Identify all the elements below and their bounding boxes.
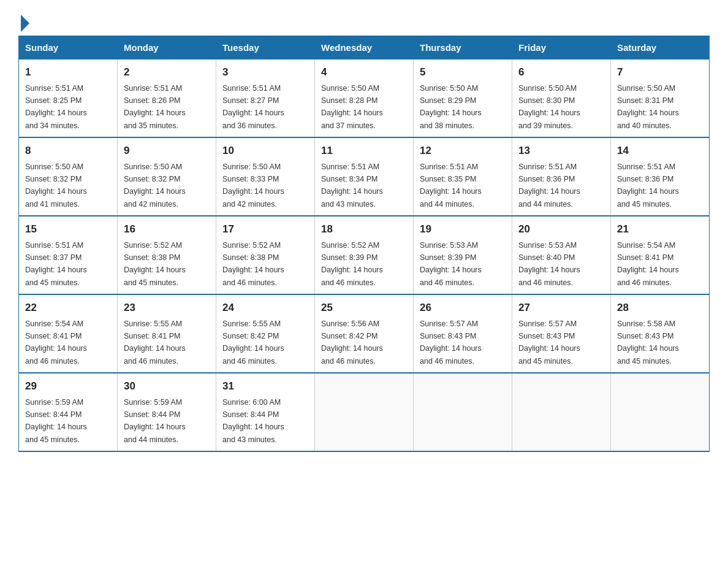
calendar-cell xyxy=(512,373,611,451)
header-saturday: Saturday xyxy=(611,36,710,59)
day-number: 9 xyxy=(124,143,210,159)
day-info: Sunrise: 5:52 AMSunset: 8:38 PMDaylight:… xyxy=(222,241,284,287)
calendar-cell: 31 Sunrise: 6:00 AMSunset: 8:44 PMDaylig… xyxy=(216,373,315,451)
calendar-cell xyxy=(611,373,710,451)
calendar-cell: 26 Sunrise: 5:57 AMSunset: 8:43 PMDaylig… xyxy=(414,294,512,373)
day-number: 4 xyxy=(321,64,407,80)
calendar-cell xyxy=(315,373,414,451)
logo-arrow-icon xyxy=(21,15,29,32)
day-number: 7 xyxy=(617,64,703,80)
header-friday: Friday xyxy=(512,36,611,59)
day-number: 12 xyxy=(420,143,506,159)
day-info: Sunrise: 5:51 AMSunset: 8:36 PMDaylight:… xyxy=(617,163,679,209)
calendar-cell: 1 Sunrise: 5:51 AMSunset: 8:25 PMDayligh… xyxy=(19,59,118,138)
day-info: Sunrise: 6:00 AMSunset: 8:44 PMDaylight:… xyxy=(222,398,284,444)
calendar-cell: 7 Sunrise: 5:50 AMSunset: 8:31 PMDayligh… xyxy=(611,59,710,138)
day-info: Sunrise: 5:55 AMSunset: 8:42 PMDaylight:… xyxy=(222,320,284,366)
calendar-week-row: 29 Sunrise: 5:59 AMSunset: 8:44 PMDaylig… xyxy=(19,373,710,451)
calendar-cell: 11 Sunrise: 5:51 AMSunset: 8:34 PMDaylig… xyxy=(315,137,414,216)
calendar-cell: 21 Sunrise: 5:54 AMSunset: 8:41 PMDaylig… xyxy=(611,216,710,294)
calendar-cell: 20 Sunrise: 5:53 AMSunset: 8:40 PMDaylig… xyxy=(512,216,611,294)
day-number: 10 xyxy=(222,143,308,159)
day-number: 24 xyxy=(222,300,308,316)
calendar-week-row: 8 Sunrise: 5:50 AMSunset: 8:32 PMDayligh… xyxy=(19,137,710,216)
day-number: 23 xyxy=(124,300,210,316)
day-info: Sunrise: 5:52 AMSunset: 8:39 PMDaylight:… xyxy=(321,241,383,287)
calendar-cell: 23 Sunrise: 5:55 AMSunset: 8:41 PMDaylig… xyxy=(118,294,216,373)
calendar-week-row: 1 Sunrise: 5:51 AMSunset: 8:25 PMDayligh… xyxy=(19,59,710,138)
day-number: 26 xyxy=(420,300,506,316)
calendar-cell: 3 Sunrise: 5:51 AMSunset: 8:27 PMDayligh… xyxy=(216,59,315,138)
logo xyxy=(18,12,29,29)
calendar-cell: 30 Sunrise: 5:59 AMSunset: 8:44 PMDaylig… xyxy=(118,373,216,451)
calendar-cell: 24 Sunrise: 5:55 AMSunset: 8:42 PMDaylig… xyxy=(216,294,315,373)
day-info: Sunrise: 5:52 AMSunset: 8:38 PMDaylight:… xyxy=(124,241,186,287)
calendar-cell: 13 Sunrise: 5:51 AMSunset: 8:36 PMDaylig… xyxy=(512,137,611,216)
day-info: Sunrise: 5:51 AMSunset: 8:27 PMDaylight:… xyxy=(222,84,284,130)
day-info: Sunrise: 5:51 AMSunset: 8:26 PMDaylight:… xyxy=(124,84,186,130)
header-tuesday: Tuesday xyxy=(216,36,315,59)
day-number: 31 xyxy=(222,378,308,394)
day-number: 29 xyxy=(25,378,111,394)
day-number: 22 xyxy=(25,300,111,316)
day-number: 15 xyxy=(25,221,111,237)
day-number: 8 xyxy=(25,143,111,159)
calendar-cell: 9 Sunrise: 5:50 AMSunset: 8:32 PMDayligh… xyxy=(118,137,216,216)
calendar-cell: 27 Sunrise: 5:57 AMSunset: 8:43 PMDaylig… xyxy=(512,294,611,373)
calendar-cell: 10 Sunrise: 5:50 AMSunset: 8:33 PMDaylig… xyxy=(216,137,315,216)
calendar-cell: 8 Sunrise: 5:50 AMSunset: 8:32 PMDayligh… xyxy=(19,137,118,216)
day-info: Sunrise: 5:55 AMSunset: 8:41 PMDaylight:… xyxy=(124,320,186,366)
day-info: Sunrise: 5:50 AMSunset: 8:28 PMDaylight:… xyxy=(321,84,383,130)
day-info: Sunrise: 5:51 AMSunset: 8:35 PMDaylight:… xyxy=(420,163,482,209)
day-number: 16 xyxy=(124,221,210,237)
day-info: Sunrise: 5:59 AMSunset: 8:44 PMDaylight:… xyxy=(124,398,186,444)
page-header xyxy=(18,12,710,29)
calendar-week-row: 22 Sunrise: 5:54 AMSunset: 8:41 PMDaylig… xyxy=(19,294,710,373)
day-info: Sunrise: 5:57 AMSunset: 8:43 PMDaylight:… xyxy=(420,320,482,366)
header-sunday: Sunday xyxy=(19,36,118,59)
day-number: 1 xyxy=(25,64,111,80)
day-info: Sunrise: 5:51 AMSunset: 8:37 PMDaylight:… xyxy=(25,241,87,287)
day-number: 5 xyxy=(420,64,506,80)
day-info: Sunrise: 5:50 AMSunset: 8:32 PMDaylight:… xyxy=(25,163,87,209)
day-number: 20 xyxy=(518,221,604,237)
calendar-cell xyxy=(414,373,512,451)
calendar-week-row: 15 Sunrise: 5:51 AMSunset: 8:37 PMDaylig… xyxy=(19,216,710,294)
day-number: 19 xyxy=(420,221,506,237)
day-info: Sunrise: 5:50 AMSunset: 8:30 PMDaylight:… xyxy=(518,84,580,130)
day-number: 27 xyxy=(518,300,604,316)
day-number: 18 xyxy=(321,221,407,237)
calendar-cell: 2 Sunrise: 5:51 AMSunset: 8:26 PMDayligh… xyxy=(118,59,216,138)
day-number: 28 xyxy=(617,300,703,316)
header-thursday: Thursday xyxy=(414,36,512,59)
day-info: Sunrise: 5:50 AMSunset: 8:32 PMDaylight:… xyxy=(124,163,186,209)
header-monday: Monday xyxy=(118,36,216,59)
day-number: 2 xyxy=(124,64,210,80)
calendar-cell: 14 Sunrise: 5:51 AMSunset: 8:36 PMDaylig… xyxy=(611,137,710,216)
day-info: Sunrise: 5:53 AMSunset: 8:39 PMDaylight:… xyxy=(420,241,482,287)
calendar-cell: 6 Sunrise: 5:50 AMSunset: 8:30 PMDayligh… xyxy=(512,59,611,138)
day-info: Sunrise: 5:50 AMSunset: 8:33 PMDaylight:… xyxy=(222,163,284,209)
calendar-cell: 4 Sunrise: 5:50 AMSunset: 8:28 PMDayligh… xyxy=(315,59,414,138)
day-number: 11 xyxy=(321,143,407,159)
day-info: Sunrise: 5:51 AMSunset: 8:36 PMDaylight:… xyxy=(518,163,580,209)
day-info: Sunrise: 5:53 AMSunset: 8:40 PMDaylight:… xyxy=(518,241,580,287)
day-info: Sunrise: 5:59 AMSunset: 8:44 PMDaylight:… xyxy=(25,398,87,444)
calendar-cell: 22 Sunrise: 5:54 AMSunset: 8:41 PMDaylig… xyxy=(19,294,118,373)
day-info: Sunrise: 5:56 AMSunset: 8:42 PMDaylight:… xyxy=(321,320,383,366)
day-info: Sunrise: 5:57 AMSunset: 8:43 PMDaylight:… xyxy=(518,320,580,366)
day-info: Sunrise: 5:50 AMSunset: 8:31 PMDaylight:… xyxy=(617,84,679,130)
day-number: 25 xyxy=(321,300,407,316)
calendar-header-row: SundayMondayTuesdayWednesdayThursdayFrid… xyxy=(19,36,710,59)
day-number: 13 xyxy=(518,143,604,159)
calendar-cell: 5 Sunrise: 5:50 AMSunset: 8:29 PMDayligh… xyxy=(414,59,512,138)
day-number: 30 xyxy=(124,378,210,394)
day-info: Sunrise: 5:50 AMSunset: 8:29 PMDaylight:… xyxy=(420,84,482,130)
calendar-cell: 18 Sunrise: 5:52 AMSunset: 8:39 PMDaylig… xyxy=(315,216,414,294)
day-info: Sunrise: 5:54 AMSunset: 8:41 PMDaylight:… xyxy=(617,241,679,287)
day-info: Sunrise: 5:51 AMSunset: 8:34 PMDaylight:… xyxy=(321,163,383,209)
day-info: Sunrise: 5:58 AMSunset: 8:43 PMDaylight:… xyxy=(617,320,679,366)
day-number: 21 xyxy=(617,221,703,237)
calendar-cell: 25 Sunrise: 5:56 AMSunset: 8:42 PMDaylig… xyxy=(315,294,414,373)
calendar-table: SundayMondayTuesdayWednesdayThursdayFrid… xyxy=(18,36,710,452)
